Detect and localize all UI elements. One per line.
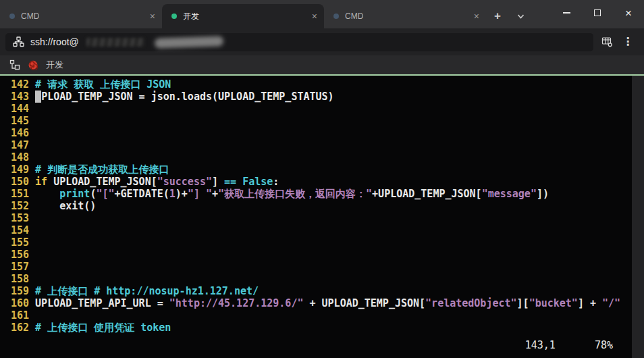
block-cursor: U [35,91,41,103]
tab-status-dot [171,14,177,19]
code-segment: # 判断是否成功获取上传接口 [35,163,169,176]
redacted-host [86,38,144,47]
code-line: 162# 上传接口 使用凭证 token [11,322,632,334]
tab-cmd-2[interactable]: CMD × [324,4,486,28]
code-segment: UPLOAD_TEMP_JSON[ [47,176,157,188]
ssh-url-text: ssh://root@ [30,36,79,47]
network-sitemap-icon [13,36,24,47]
code-segment: # 上传接口 使用凭证 token [35,322,171,334]
close-icon: × [625,7,632,19]
session-name-label: 开发 [46,59,63,71]
line-number: 152 [11,200,29,212]
maximize-button[interactable] [582,0,613,26]
code-segment: "http://45.127.129.6/" [169,297,304,309]
line-number: 159 [11,285,29,297]
more-menu-icon[interactable]: ⋮ [622,36,633,47]
table-settings-icon[interactable] [601,36,613,47]
terminal-screen[interactable]: 142# 请求 获取 上传接口 JSON143UPLOAD_TEMP_JSON … [0,76,644,358]
tab-status-dot [9,14,15,19]
code-line: 151 print("["+GETDATE(1)+"] "+"获取上传接口失败，… [11,188,632,200]
code-line: 144 [11,103,632,115]
line-number: 150 [11,176,29,188]
code-line: 154 [11,224,632,236]
minimize-icon [563,12,570,14]
line-number: 155 [11,236,29,249]
code-line: 147 [11,139,632,151]
code-segment: ]) [537,188,549,200]
address-bar-actions: ⋮ [597,36,639,47]
address-bar-row: ssh://root@ ⋮ [0,28,644,55]
scrollbar[interactable] [632,76,644,358]
line-number: 158 [11,273,29,285]
line-number: 151 [11,188,29,200]
tab-close-icon[interactable]: × [474,11,479,21]
code-segment: "relatedObject" [425,297,516,309]
code-segment: # 上传接口 # http://nosup-hz1.127.net/ [35,285,259,297]
tab-label: CMD [21,11,39,21]
code-segment: "message" [482,188,537,200]
line-number: 144 [11,103,29,115]
maximize-icon [594,9,601,16]
new-tab-button[interactable]: + [486,4,509,28]
code-segment: "/" [602,297,620,309]
line-number: 148 [11,151,29,163]
terminal-window: CMD × 开发 × CMD × + × [0,0,644,358]
code-segment: "success" [157,176,212,188]
line-number: 154 [11,224,29,236]
panes-layout-icon[interactable] [9,59,20,70]
line-number: 160 [11,297,29,309]
code-segment: exit() [35,200,96,212]
code-line: 153 [11,212,632,224]
tab-dropdown-button[interactable] [509,4,532,28]
code-segment: if [35,176,47,188]
code-segment: : [273,176,279,188]
code-line: 157 [11,261,632,273]
code-line: 142# 请求 获取 上传接口 JSON [11,78,632,91]
line-number: 142 [11,78,29,91]
line-number: 157 [11,261,29,273]
code-area: 142# 请求 获取 上传接口 JSON143UPLOAD_TEMP_JSON … [0,76,632,334]
code-segment: == [224,176,236,188]
minimize-button[interactable] [551,0,582,26]
code-segment: ][ [517,297,529,309]
code-line: 148 [11,151,632,163]
scroll-percent: 78% [595,339,613,351]
redacted-host-blob [155,36,223,49]
cursor-position: 143,1 [525,339,556,351]
code-line: 159# 上传接口 # http://nosup-hz1.127.net/ [11,285,632,297]
code-segment: +UPLOAD_TEMP_JSON[ [372,188,482,200]
code-line: 143UPLOAD_TEMP_JSON = json.loads(UPLOAD_… [11,91,632,103]
tab-dev[interactable]: 开发 × [162,4,324,28]
code-segment: UPLOAD_TEMP_API_URL = [35,297,169,309]
chevron-down-icon [516,12,525,21]
code-segment: # 请求 获取 上传接口 JSON [35,78,171,91]
tab-status-dot [333,14,339,19]
code-line: 146 [11,127,632,139]
code-segment [35,188,59,200]
code-segment: PLOAD_TEMP_JSON = json.loads(UPLOAD_TEMP… [41,91,333,103]
code-line: 155 [11,236,632,249]
code-line: 152 exit() [11,200,632,212]
tab-label: CMD [345,11,363,21]
tab-close-icon[interactable]: × [312,11,317,21]
code-segment: + [212,188,218,200]
vim-ruler: 143,1 78% [0,339,632,351]
tab-close-icon[interactable]: × [150,11,155,21]
code-line: 160UPLOAD_TEMP_API_URL = "http://45.127.… [11,297,632,309]
code-line: 150if UPLOAD_TEMP_JSON["success"] == Fal… [11,176,632,188]
address-input[interactable]: ssh://root@ [5,33,593,51]
line-number: 146 [11,127,29,139]
code-segment: 1 [169,188,176,200]
code-line: 145 [11,115,632,127]
line-number: 156 [11,249,29,261]
code-segment: "] " [188,188,212,200]
code-segment: +GETDATE( [115,188,169,200]
tab-cmd-1[interactable]: CMD × [0,4,162,28]
tab-label: 开发 [183,11,199,22]
code-segment: + UPLOAD_TEMP_JSON[ [303,297,425,309]
code-segment: "获取上传接口失败，返回内容：" [218,188,372,200]
line-number: 145 [11,115,29,127]
code-segment [236,176,242,188]
close-button[interactable]: × [613,0,644,26]
code-line: 161 [11,309,632,322]
